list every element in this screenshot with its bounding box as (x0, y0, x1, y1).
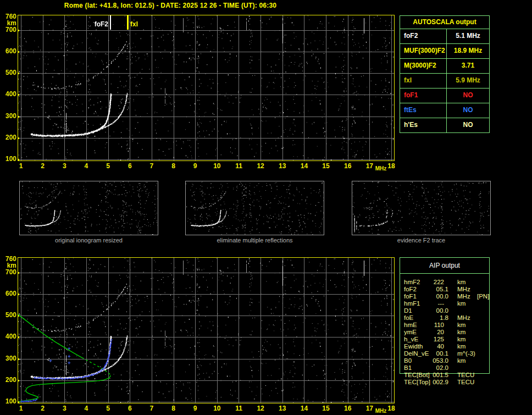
x-tick-label: 13 (278, 163, 287, 169)
aip-parameter-unit: MHz (457, 314, 470, 322)
x-tick-label: 2 (38, 163, 48, 169)
aip-parameter-name: B0 (404, 357, 412, 364)
fxI-marker-label: fxI (130, 21, 138, 27)
x-tick-label: 8 (169, 163, 179, 169)
aip-parameter-name: hmF1 (404, 300, 420, 307)
thumbnail-eliminate-reflections (185, 181, 324, 235)
aip-parameter-unit: MHz (457, 286, 470, 293)
aip-parameter-value: 05.1 (420, 286, 448, 293)
aip-parameter-name: hmE (404, 322, 417, 329)
x-tick-label: 7 (147, 163, 157, 169)
x-tick-label: 17 (364, 163, 374, 169)
autoscala-app-screen: Rome (lat: +41.8, lon: 012.5) - DATE: 20… (0, 0, 532, 415)
autoscala-row-value: 18.9 MHz (447, 44, 489, 58)
autoscala-row-m-3000-f2: M(3000)F23.71 (400, 59, 489, 74)
aip-row-tec-top-: TEC[Top]002.9TECU (400, 379, 490, 386)
autoscala-row-value: NO (447, 88, 489, 103)
aip-row-fof2: foF205.1MHz (400, 286, 490, 293)
aip-parameter-value: 001.5 (420, 372, 448, 379)
autoscala-output-table: AUTOSCALA output foF25.1 MHzMUF(3000)F21… (400, 15, 490, 133)
aip-row-deln-ve: DelN_vE00.1m^(-3) (400, 350, 490, 357)
bottom-ionogram-canvas (18, 258, 394, 403)
autoscala-row-fxi: fxI5.9 MHz (400, 74, 489, 88)
aip-parameter-unit: TECU (457, 372, 474, 379)
aip-row-ewidth: Ewidth40km (400, 343, 490, 350)
y-tick-label: 300 (1, 355, 16, 362)
x-tick-label: 5 (103, 405, 113, 412)
y-axis-unit-label: km (1, 20, 16, 26)
aip-parameter-unit: km (457, 336, 465, 343)
aip-row-h-ve: h_vE125km (400, 336, 490, 343)
autoscala-row-value: NO (447, 103, 489, 118)
thumbnail-original-ionogram (19, 181, 158, 235)
autoscala-row-value: NO (447, 118, 489, 132)
autoscala-row-label: MUF(3000)F2 (400, 44, 447, 58)
aip-parameter-value: 00.1 (420, 350, 448, 357)
autoscala-row-label: ftEs (400, 103, 447, 118)
aip-parameter-unit: km (457, 322, 465, 329)
thumbnail-original-canvas (20, 181, 158, 235)
aip-parameter-name: B1 (404, 364, 412, 372)
aip-parameter-value: 02.0 (420, 364, 448, 372)
y-tick-label: 100 (1, 156, 16, 162)
autoscala-row-label: foF2 (400, 29, 447, 43)
x-tick-label: 11 (234, 163, 243, 169)
foF2-marker-label: foF2 (86, 21, 108, 27)
aip-parameter-value: --- (420, 300, 444, 307)
aip-row-hmf1: hmF1---km (400, 300, 490, 307)
aip-row-hme: hmE110km (400, 322, 490, 329)
y-tick-label: 700 (1, 26, 16, 33)
y-tick-label: 400 (1, 333, 16, 340)
aip-parameter-value: 222 (420, 279, 444, 286)
x-tick-label: 14 (299, 163, 309, 169)
autoscala-row-label: foF1 (400, 88, 447, 103)
x-tick-label: 15 (321, 405, 331, 412)
x-tick-label: 14 (299, 405, 309, 412)
aip-parameter-value: 110 (420, 322, 444, 329)
autoscala-row-fof1: foF1NO (400, 88, 489, 103)
y-tick-label: 600 (1, 48, 16, 54)
aip-table-header: AIP output (400, 262, 489, 269)
x-tick-label: 16 (343, 405, 353, 412)
y-tick-label: 200 (1, 134, 16, 141)
y-tick-label: 700 (1, 269, 16, 275)
thumbnail-caption-eliminate: eliminate multiple reflections (174, 237, 335, 244)
aip-parameter-unit: km (457, 343, 465, 350)
top-ionogram-canvas (18, 15, 394, 161)
aip-parameter-name: foF1 (404, 293, 417, 300)
aip-row-fof1: foF100.0MHz[PN] (400, 293, 490, 300)
x-tick-label: 15 (321, 163, 331, 169)
x-tick-label: 6 (125, 163, 135, 169)
aip-parameter-note: [PN] (477, 293, 489, 300)
aip-parameter-name: foE (404, 314, 413, 322)
x-tick-label: 17 (364, 405, 374, 412)
aip-row-foe: foE1.8MHz (400, 314, 490, 322)
x-tick-label: 11 (234, 405, 243, 412)
aip-parameter-unit: km (457, 329, 465, 336)
aip-parameter-unit: TECU (457, 379, 474, 386)
x-tick-label: 3 (59, 163, 69, 169)
aip-row-hmf2: hmF2222km (400, 279, 490, 286)
thumbnail-caption-original: original ionogram resized (8, 237, 169, 244)
autoscala-table-rows: foF25.1 MHzMUF(3000)F218.9 MHzM(3000)F23… (400, 29, 489, 132)
autoscala-row-label: fxI (400, 74, 447, 88)
thumbnail-evidence-canvas (352, 181, 490, 235)
x-tick-label: 6 (125, 405, 135, 412)
y-axis-unit-label: km (1, 262, 16, 269)
autoscala-row-label: M(3000)F2 (400, 59, 447, 73)
autoscala-row-h-es: h'EsNO (400, 118, 489, 132)
x-tick-label: 9 (190, 405, 200, 412)
aip-parameter-name: h_vE (404, 336, 418, 343)
aip-header-divider (400, 273, 489, 274)
aip-parameter-unit: km (457, 357, 465, 364)
aip-row-tec-bot-: TEC[Bot]001.5TECU (400, 372, 490, 379)
x-axis-unit-label: MHz (374, 408, 388, 414)
autoscala-table-header: AUTOSCALA output (400, 16, 489, 29)
aip-parameter-unit: km (457, 300, 465, 307)
y-tick-label: 400 (1, 91, 16, 97)
x-tick-label: 3 (59, 405, 69, 412)
autoscala-row-value: 3.71 (447, 59, 489, 73)
autoscala-row-label: h'Es (400, 118, 447, 132)
aip-parameter-name: D1 (404, 307, 412, 314)
y-tick-label: 500 (1, 69, 16, 76)
